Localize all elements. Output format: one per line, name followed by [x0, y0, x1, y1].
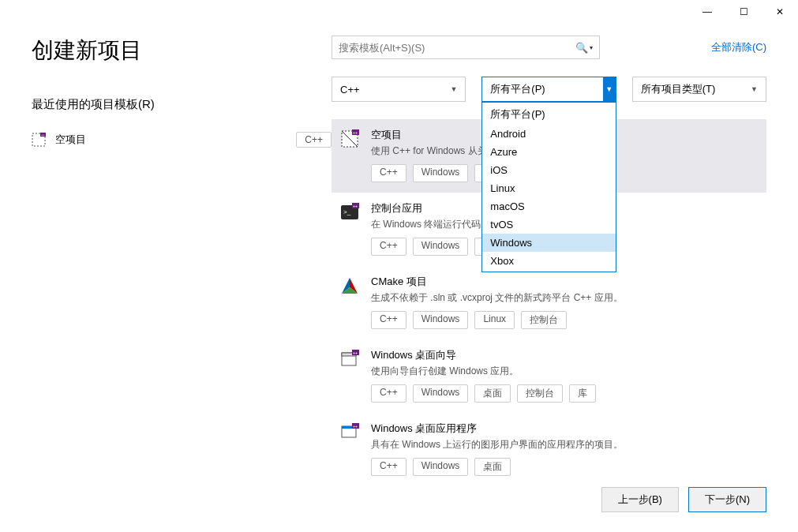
platform-combo[interactable]: 所有平台(P) ▼ 所有平台(P)AndroidAzureiOSLinuxmac…: [481, 77, 616, 102]
template-tag: C++: [371, 164, 406, 182]
platform-option[interactable]: 所有平台(P): [482, 104, 615, 125]
console-template-icon: >_++: [340, 203, 359, 222]
cmake-template-icon: [340, 276, 359, 295]
platform-option[interactable]: Android: [482, 125, 615, 143]
platform-option[interactable]: tvOS: [482, 215, 615, 234]
template-tag: 控制台: [521, 311, 567, 329]
template-tag: Windows: [413, 238, 469, 256]
template-tag: 桌面: [474, 384, 511, 403]
recent-templates-label: 最近使用的项目模板(R): [32, 97, 332, 112]
search-box[interactable]: 🔍▾: [332, 36, 600, 59]
close-button[interactable]: ✕: [762, 0, 798, 24]
recent-template-name: 空项目: [55, 133, 287, 147]
template-title: CMake 项目: [371, 275, 758, 289]
svg-text:++: ++: [353, 204, 358, 208]
language-combo[interactable]: C++ ▼: [332, 77, 466, 102]
wizard-template-icon: ++: [340, 350, 359, 369]
template-tag: C++: [371, 311, 406, 329]
template-description: 使用向导自行创建 Windows 应用。: [371, 365, 758, 378]
template-tag: C++: [371, 384, 406, 403]
template-title: Windows 桌面应用程序: [371, 421, 758, 436]
platform-combo-value: 所有平台(P): [490, 82, 545, 96]
empty-template-icon: ++: [340, 129, 359, 148]
template-tag: 控制台: [517, 384, 563, 403]
template-item[interactable]: ++ Windows 桌面应用程序 具有在 Windows 上运行的图形用户界面…: [332, 413, 766, 486]
project-type-combo[interactable]: 所有项目类型(T) ▼: [632, 77, 766, 102]
back-button[interactable]: 上一步(B): [601, 487, 679, 512]
template-tag: C++: [371, 458, 406, 476]
platform-option[interactable]: Linux: [482, 179, 615, 197]
template-description: 具有在 Windows 上运行的图形用户界面的应用程序的项目。: [371, 438, 758, 451]
search-input[interactable]: [339, 42, 575, 54]
platform-option[interactable]: macOS: [482, 197, 615, 215]
template-tag: Windows: [413, 458, 469, 476]
platform-dropdown: 所有平台(P)AndroidAzureiOSLinuxmacOStvOSWind…: [481, 102, 616, 272]
platform-option[interactable]: Xbox: [482, 252, 615, 270]
search-dropdown-caret[interactable]: ▾: [590, 44, 593, 51]
chevron-down-icon: ▼: [603, 77, 616, 101]
empty-project-icon: ++: [32, 133, 46, 147]
template-item[interactable]: CMake 项目 生成不依赖于 .sln 或 .vcxproj 文件的新式跨平台…: [332, 266, 766, 339]
template-tag: Windows: [413, 384, 469, 403]
svg-text:++: ++: [41, 133, 45, 137]
template-tag: Linux: [474, 311, 515, 329]
template-tag: C++: [371, 238, 406, 256]
maximize-button[interactable]: ☐: [725, 0, 762, 24]
svg-text:++: ++: [353, 350, 358, 355]
search-icon[interactable]: 🔍: [575, 42, 588, 54]
svg-text:>_: >_: [343, 208, 351, 215]
recent-template-item[interactable]: ++ 空项目 C++: [32, 132, 332, 148]
svg-text:++: ++: [353, 424, 358, 429]
desktop-template-icon: ++: [340, 423, 359, 442]
next-button[interactable]: 下一步(N): [688, 487, 766, 512]
template-item[interactable]: ++ Windows 桌面向导 使用向导自行创建 Windows 应用。 C++…: [332, 339, 766, 413]
platform-option[interactable]: Windows: [482, 234, 615, 252]
template-tag: 库: [569, 384, 596, 403]
platform-option[interactable]: Azure: [482, 143, 615, 161]
platform-option[interactable]: iOS: [482, 161, 615, 179]
template-description: 生成不依赖于 .sln 或 .vcxproj 文件的新式跨平台 C++ 应用。: [371, 291, 758, 305]
template-tag: Windows: [413, 311, 469, 329]
page-title: 创建新项目: [32, 36, 332, 66]
language-combo-value: C++: [340, 84, 360, 96]
template-tag: Windows: [413, 164, 469, 182]
template-title: Windows 桌面向导: [371, 348, 758, 362]
clear-all-link[interactable]: 全部清除(C): [711, 40, 766, 54]
minimize-button[interactable]: —: [689, 0, 725, 24]
svg-text:++: ++: [353, 130, 358, 135]
chevron-down-icon: ▼: [751, 85, 758, 93]
project-type-combo-value: 所有项目类型(T): [641, 82, 716, 96]
recent-template-lang-tag: C++: [296, 132, 332, 148]
chevron-down-icon: ▼: [450, 85, 457, 93]
template-tag: 桌面: [474, 458, 511, 476]
